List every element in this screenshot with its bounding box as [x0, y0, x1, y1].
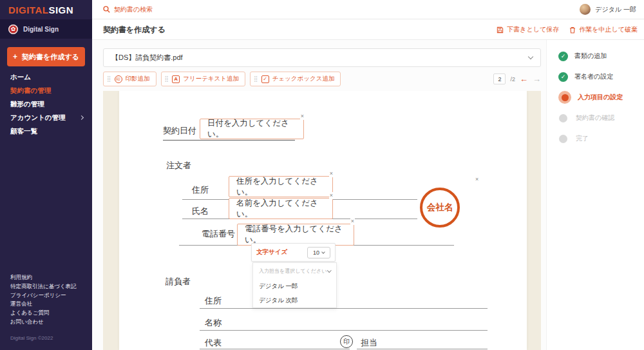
- chevron-down-icon: [321, 250, 325, 254]
- logo-text-sign: SIGN: [48, 5, 73, 15]
- plus-icon: +: [13, 52, 17, 61]
- sidebar-item-customers[interactable]: 顧客一覧: [0, 124, 92, 138]
- chevron-down-icon: [528, 54, 533, 59]
- pending-step-icon: [559, 135, 567, 143]
- step-review-contract: 契約書の確認: [547, 108, 644, 128]
- assignee-placeholder: 入力担当を選択してください: [259, 267, 327, 275]
- contract-search[interactable]: 契約書の検索: [103, 5, 153, 14]
- contractor-address-label: 住所: [205, 295, 222, 307]
- step-add-documents: ✓ 書類の追加: [547, 46, 644, 66]
- font-size-popup: 文字サイズ 10: [251, 243, 336, 262]
- trash-icon: [569, 26, 576, 34]
- footer-link-commerce-law[interactable]: 特定商取引法に基づく表記: [10, 282, 77, 291]
- add-stamp-button[interactable]: ⣿ 印 印影追加: [103, 72, 156, 86]
- add-free-text-button[interactable]: ⣿ A フリーテキスト追加: [161, 72, 245, 86]
- active-step-icon: [558, 91, 571, 104]
- search-label: 契約書の検索: [114, 5, 153, 14]
- close-icon[interactable]: ×: [329, 192, 334, 199]
- drag-handle-icon[interactable]: ⣿: [107, 76, 111, 82]
- orderer-name-label: 氏名: [192, 206, 209, 217]
- contract-date-label: 契約日付: [163, 125, 196, 137]
- phone-placeholder: 電話番号を入力してください。: [245, 224, 354, 246]
- address-input-field[interactable]: 住所を入力してください。 ×: [229, 176, 333, 197]
- contractor-heading: 請負者: [166, 276, 191, 287]
- discard-label: 作業を中止して破棄: [579, 25, 638, 34]
- font-size-label: 文字サイズ: [256, 248, 287, 257]
- staff-label: 担当: [361, 337, 377, 349]
- organization-row[interactable]: ✿ Digital Sign: [0, 19, 92, 39]
- font-size-select[interactable]: 10: [307, 247, 330, 258]
- assignee-option-jiro[interactable]: デジタル 次郎: [253, 293, 336, 307]
- avatar: [580, 4, 591, 15]
- free-text-icon: A: [172, 75, 180, 83]
- logo-text-digital: DIGITAL: [8, 5, 48, 15]
- pdf-file-name: 【DS】請負契約書.pdf: [111, 53, 183, 63]
- page-total: /2: [510, 76, 515, 83]
- organization-name: Digital Sign: [23, 26, 59, 33]
- footer-link-contact[interactable]: お問い合わせ: [10, 318, 77, 327]
- footer-link-company[interactable]: 運営会社: [10, 300, 77, 309]
- user-menu[interactable]: デジタル 一郎: [580, 4, 636, 15]
- sidebar-item-contracts[interactable]: 契約書の管理: [0, 84, 92, 97]
- name-input-field[interactable]: 名前を入力してください。 ×: [229, 198, 333, 219]
- step-complete: 完了: [547, 128, 644, 149]
- footer-link-privacy[interactable]: プライバシーポリシー: [10, 291, 77, 300]
- close-icon[interactable]: ×: [329, 170, 334, 177]
- sidebar-item-templates[interactable]: 雛形の管理: [0, 97, 92, 111]
- close-icon[interactable]: ×: [300, 113, 305, 120]
- staff-line: [357, 349, 488, 349]
- close-icon[interactable]: ×: [475, 176, 478, 182]
- create-contract-button[interactable]: + 契約書を作成する: [7, 47, 85, 66]
- drag-handle-icon[interactable]: ⣿: [165, 76, 169, 82]
- checkbox-icon: ✓: [261, 75, 269, 83]
- phone-input-field[interactable]: 電話番号を入力してください。 ×: [237, 224, 354, 246]
- discard-button[interactable]: 作業を中止して破棄: [569, 25, 638, 34]
- chevron-down-icon: [327, 268, 331, 272]
- steps-panel: ✓ 書類の追加 ✓ 署名者の設定 入力項目の設定 契約書の確認 完了: [546, 40, 644, 350]
- pending-step-icon: [559, 114, 567, 122]
- user-name: デジタル 一郎: [595, 5, 636, 14]
- seal-mark-icon: 印: [340, 335, 353, 348]
- drag-handle-icon[interactable]: ⣿: [254, 76, 258, 82]
- step-set-signers: ✓ 署名者の設定: [547, 66, 644, 87]
- chevron-right-icon: [79, 115, 84, 120]
- check-circle-icon: ✓: [558, 52, 568, 61]
- sidebar-item-accounts[interactable]: アカウントの管理: [0, 111, 92, 124]
- pdf-file-selector[interactable]: 【DS】請負契約書.pdf: [103, 48, 541, 67]
- previous-page-arrow-icon[interactable]: ←: [520, 74, 528, 84]
- add-checkbox-button[interactable]: ⣿ ✓ チェックボックス追加: [250, 72, 341, 86]
- copyright-text: Digital Sign ©2022: [10, 335, 77, 341]
- footer-link-faq[interactable]: よくあるご質問: [10, 309, 77, 318]
- representative-line: [200, 349, 350, 349]
- close-icon[interactable]: ×: [350, 218, 355, 225]
- step-set-input-fields: 入力項目の設定: [547, 87, 644, 108]
- contract-date-line: [163, 140, 295, 141]
- date-input-field[interactable]: 日付を入力してください。 ×: [200, 119, 304, 139]
- phone-label: 電話番号: [202, 228, 235, 240]
- page-number-input[interactable]: [493, 73, 506, 84]
- sidebar-item-home[interactable]: ホーム: [0, 70, 92, 84]
- representative-label: 代表: [205, 337, 222, 349]
- search-icon: [103, 6, 110, 13]
- next-page-arrow-icon[interactable]: →: [533, 74, 541, 84]
- company-stamp-field[interactable]: 会社名: [420, 188, 460, 228]
- app-logo[interactable]: DIGITALSIGN: [0, 0, 92, 19]
- assignee-select[interactable]: 入力担当を選択してください: [253, 263, 336, 279]
- save-draft-button[interactable]: 下書きとして保存: [497, 25, 559, 34]
- contractor-address-line: [200, 308, 488, 309]
- organization-logo-icon: ✿: [8, 24, 18, 34]
- orderer-address-label: 住所: [192, 184, 209, 196]
- assignee-dropdown: 入力担当を選択してください デジタル 一郎 デジタル 次郎: [252, 262, 337, 308]
- page-navigation: /2 ← →: [493, 73, 541, 84]
- annotation-toolbar: ⣿ 印 印影追加 ⣿ A フリーテキスト追加 ⣿ ✓ チェックボックス追加: [103, 72, 541, 86]
- create-contract-label: 契約書を作成する: [22, 52, 79, 62]
- save-draft-label: 下書きとして保存: [507, 25, 559, 34]
- assignee-option-ichiro[interactable]: デジタル 一郎: [253, 279, 336, 293]
- save-icon: [497, 26, 504, 34]
- footer-link-terms[interactable]: 利用規約: [10, 273, 77, 282]
- top-bar: 契約書の検索 デジタル 一郎: [92, 0, 644, 19]
- contractor-name-label: 名称: [205, 317, 222, 329]
- font-size-value: 10: [313, 249, 319, 256]
- stamp-icon: 印: [115, 75, 122, 83]
- pdf-canvas: 契約日付 日付を入力してください。 × 注文者 住所 住所を入力してください。 …: [103, 91, 541, 350]
